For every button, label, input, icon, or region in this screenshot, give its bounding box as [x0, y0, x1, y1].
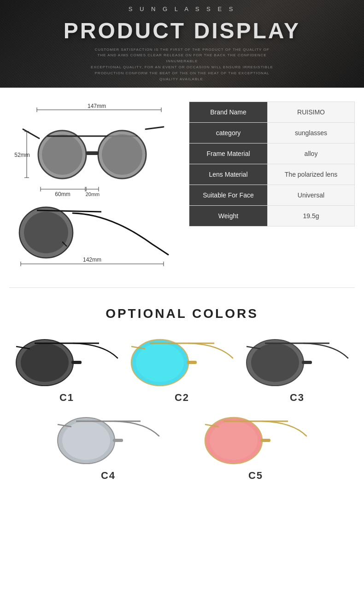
c1-label: C1: [59, 392, 74, 404]
c5-label: C5: [248, 470, 263, 482]
svg-point-10: [102, 134, 142, 175]
header-banner: S U N G L A S S E S PRODUCT DISPLAY CUST…: [0, 0, 364, 88]
c3-label: C3: [290, 392, 305, 404]
spec-label: Brand Name: [189, 102, 268, 123]
colors-row-1: C1 C2 C3: [9, 335, 355, 404]
svg-rect-41: [187, 361, 197, 364]
c4-label: C4: [101, 470, 116, 482]
c3-glasses-image: [242, 335, 352, 388]
spec-row: Suitable For FaceUniversal: [189, 185, 355, 206]
spec-row: Frame Materialalloy: [189, 143, 355, 164]
svg-text:147mm: 147mm: [88, 103, 106, 109]
color-item-c5: C5: [200, 413, 311, 482]
spec-label: Weight: [189, 206, 268, 227]
svg-text:20mm: 20mm: [86, 191, 100, 197]
spec-row: Brand NameRUISIMO: [189, 102, 355, 123]
svg-text:142mm: 142mm: [83, 257, 101, 263]
spec-row: Lens MaterialThe polarized lens: [189, 164, 355, 185]
c4-glasses-image: [53, 413, 164, 466]
spec-label: category: [189, 123, 268, 143]
spec-row: Weight19.5g: [189, 206, 355, 227]
svg-rect-46: [302, 361, 312, 364]
svg-point-48: [62, 421, 110, 460]
spec-label: Frame Material: [189, 143, 268, 164]
color-item-c1: C1: [12, 335, 122, 404]
product-display-title: PRODUCT DISPLAY: [64, 18, 300, 43]
glasses-diagram-top: 147mm 52mm 60mm: [9, 101, 175, 198]
sunglasses-label: S U N G L A S S E S: [129, 6, 236, 12]
spec-label: Lens Material: [189, 164, 268, 185]
colors-section: OPTIONAL COLORS C1: [0, 293, 364, 500]
product-display-section: 147mm 52mm 60mm: [0, 88, 364, 283]
svg-text:52mm: 52mm: [14, 152, 29, 158]
svg-point-38: [136, 343, 184, 382]
c5-glasses-image: [200, 413, 311, 466]
spec-row: categorysunglasses: [189, 123, 355, 143]
c1-glasses-image: [12, 335, 122, 388]
svg-rect-36: [71, 361, 82, 364]
c2-glasses-image: [127, 335, 237, 388]
c2-label: C2: [175, 392, 189, 404]
spec-value: alloy: [268, 143, 355, 164]
section-divider: [9, 287, 355, 288]
spec-label: Suitable For Face: [189, 185, 268, 206]
svg-rect-56: [260, 439, 270, 442]
spec-value: Universal: [268, 185, 355, 206]
spec-value: 19.5g: [268, 206, 355, 227]
diagram-area: 147mm 52mm 60mm: [9, 101, 180, 269]
svg-line-11: [146, 127, 164, 129]
svg-text:60mm: 60mm: [55, 191, 70, 197]
svg-point-6: [42, 134, 82, 175]
color-item-c4: C4: [53, 413, 164, 482]
color-item-c2: C2: [127, 335, 237, 404]
svg-point-43: [251, 343, 299, 382]
colors-row-2: C4 C5: [9, 413, 355, 482]
colors-section-title: OPTIONAL COLORS: [9, 306, 355, 321]
header-subtitle: CUSTOMER SATISFACTION IS THE FIRST OF TH…: [90, 47, 274, 83]
svg-rect-51: [113, 439, 123, 442]
svg-point-53: [210, 421, 258, 460]
spec-value: The polarized lens: [268, 164, 355, 185]
svg-rect-7: [86, 151, 99, 155]
spec-value: sunglasses: [268, 123, 355, 143]
svg-line-4: [23, 129, 39, 138]
specs-table: Brand NameRUISIMOcategorysunglassesFrame…: [189, 101, 355, 227]
svg-point-25: [24, 212, 68, 253]
glasses-diagram-side: 142mm: [9, 200, 175, 267]
svg-point-33: [21, 343, 69, 382]
color-item-c3: C3: [242, 335, 352, 404]
spec-value: RUISIMO: [268, 102, 355, 123]
